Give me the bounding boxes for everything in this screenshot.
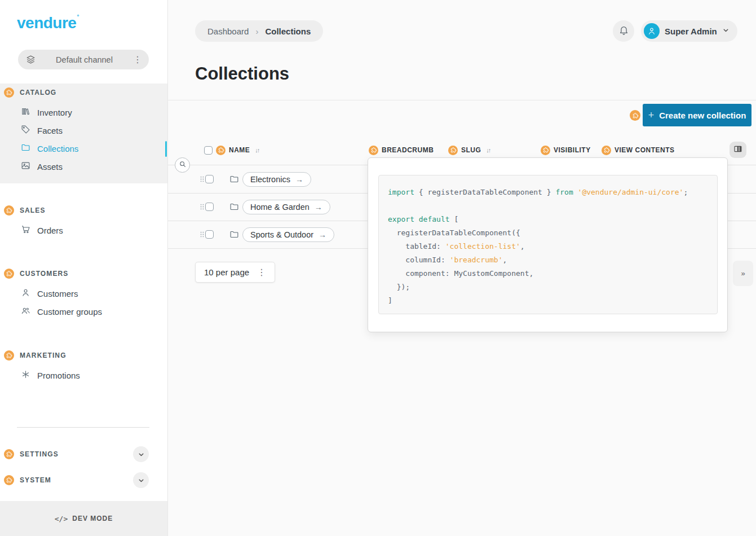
dev-mode-toggle[interactable]: </> DEV MODE <box>0 501 167 536</box>
column-header-name[interactable]: NAME ↓↑ <box>204 142 259 158</box>
channel-switcher[interactable]: Default channel ⋮ <box>18 50 149 69</box>
avatar <box>644 23 660 39</box>
plugin-badge-icon[interactable] <box>4 205 14 216</box>
section-label: MARKETING <box>20 352 67 359</box>
plugin-badge-icon[interactable] <box>369 146 378 155</box>
sidebar-item-label: Assets <box>37 162 63 172</box>
sidebar-item-label: Promotions <box>37 371 80 380</box>
create-new-collection-button[interactable]: + Create new collection <box>643 104 751 126</box>
header-divider <box>168 100 756 100</box>
collection-link[interactable]: Electronics → <box>242 172 311 187</box>
sidebar-item-facets[interactable]: Facets <box>0 121 167 139</box>
section-label: CUSTOMERS <box>20 270 68 278</box>
table-search-button[interactable] <box>175 157 190 173</box>
breadcrumb-current[interactable]: Collections <box>265 27 311 36</box>
plugin-badge-icon[interactable] <box>541 146 550 155</box>
dev-mode-code-popover: import { registerDataTableComponent } fr… <box>368 157 728 332</box>
user-icon <box>21 288 30 299</box>
plugin-badge-icon[interactable] <box>4 449 14 459</box>
column-label: SLUG <box>461 146 481 154</box>
row-checkbox[interactable] <box>205 230 214 239</box>
sidebar-item-customers[interactable]: Customers <box>0 284 167 302</box>
arrow-right-icon: → <box>315 203 322 212</box>
column-header-view-contents[interactable]: VIEW CONTENTS <box>602 142 675 158</box>
channel-menu-icon[interactable]: ⋮ <box>133 55 142 64</box>
plugin-badge-icon[interactable] <box>630 110 640 121</box>
dev-mode-label: DEV MODE <box>72 515 113 522</box>
sidebar: vendure˚ Default channel ⋮ CATALOG Inven… <box>0 0 168 536</box>
section-label: CATALOG <box>20 89 56 96</box>
sort-icon[interactable]: ↓↑ <box>255 147 259 153</box>
code-icon: </> <box>55 515 68 523</box>
sidebar-item-collections[interactable]: Collections <box>0 139 167 157</box>
row-checkbox[interactable] <box>205 175 214 183</box>
drag-handle-icon[interactable] <box>200 175 205 183</box>
plugin-badge-icon[interactable] <box>448 146 458 155</box>
chevron-right-icon: › <box>255 27 258 36</box>
plugin-badge-icon[interactable] <box>4 475 14 485</box>
layers-icon <box>26 55 36 64</box>
sidebar-item-label: Collections <box>37 144 78 153</box>
column-label: BREADCRUMB <box>382 146 434 154</box>
folder-icon <box>21 143 30 154</box>
section-label: SETTINGS <box>20 450 59 458</box>
folder-icon <box>229 174 239 184</box>
settings-expand-button[interactable] <box>133 446 149 462</box>
bell-icon <box>618 25 629 38</box>
plugin-badge-icon[interactable] <box>4 269 14 279</box>
sidebar-item-inventory[interactable]: Inventory <box>0 103 167 121</box>
breadcrumb-dashboard[interactable]: Dashboard <box>207 27 249 36</box>
logo-trademark: ˚ <box>77 14 79 22</box>
sort-icon[interactable]: ↓↑ <box>486 147 490 153</box>
items-per-page-select[interactable]: 10 per page ⋮ <box>195 262 275 283</box>
channel-label: Default channel <box>36 55 133 64</box>
notifications-button[interactable] <box>613 20 634 42</box>
row-checkbox[interactable] <box>205 203 214 211</box>
sidebar-item-assets[interactable]: Assets <box>0 157 167 175</box>
column-settings-button[interactable] <box>730 142 746 158</box>
section-header-sales: SALES <box>0 203 167 218</box>
sidebar-section-catalog: CATALOG Inventory Facets Collections Ass… <box>0 85 167 175</box>
arrow-right-icon: → <box>295 175 303 184</box>
sidebar-section-sales: SALES Orders <box>0 203 167 239</box>
vendure-admin-app: vendure˚ Default channel ⋮ CATALOG Inven… <box>0 0 756 536</box>
sidebar-item-orders[interactable]: Orders <box>0 221 167 239</box>
select-all-checkbox[interactable] <box>204 146 213 155</box>
plugin-badge-icon[interactable] <box>4 87 14 98</box>
plugin-badge-icon[interactable] <box>4 350 14 361</box>
folder-icon <box>229 202 239 212</box>
section-header-catalog: CATALOG <box>0 85 167 100</box>
cart-icon <box>21 225 30 236</box>
vendure-logo[interactable]: vendure˚ <box>17 14 79 32</box>
column-header-breadcrumb[interactable]: BREADCRUMB <box>369 142 434 158</box>
sidebar-item-promotions[interactable]: Promotions <box>0 366 167 384</box>
table-columns-icon <box>733 144 742 156</box>
section-header-customers: CUSTOMERS <box>0 266 167 281</box>
column-header-visibility[interactable]: VISIBILITY <box>541 142 591 158</box>
sidebar-item-label: Inventory <box>37 108 72 117</box>
sidebar-section-marketing: MARKETING Promotions <box>0 348 167 384</box>
sidebar-section-settings[interactable]: SETTINGS <box>0 446 167 462</box>
sidebar-section-system[interactable]: SYSTEM <box>0 472 167 488</box>
system-expand-button[interactable] <box>133 472 149 488</box>
tag-icon <box>21 125 30 136</box>
asterisk-icon <box>21 370 30 381</box>
plugin-badge-icon[interactable] <box>602 146 611 155</box>
collection-name: Sports & Outdoor <box>250 230 313 239</box>
collection-link[interactable]: Sports & Outdoor → <box>242 227 334 242</box>
last-page-button[interactable]: » <box>733 261 753 286</box>
collection-link[interactable]: Home & Garden → <box>242 200 330 214</box>
plugin-badge-icon[interactable] <box>216 146 226 155</box>
plus-icon: + <box>648 109 655 121</box>
sidebar-item-label: Orders <box>37 226 63 235</box>
breadcrumb: Dashboard › Collections <box>195 20 323 42</box>
per-page-menu-icon[interactable]: ⋮ <box>257 268 266 277</box>
drag-handle-icon[interactable] <box>200 203 205 211</box>
drag-handle-icon[interactable] <box>200 230 205 239</box>
user-menu[interactable]: Super Admin <box>641 20 737 42</box>
sidebar-section-customers: CUSTOMERS Customers Customer groups <box>0 266 167 320</box>
code-block: import { registerDataTableComponent } fr… <box>378 175 718 314</box>
column-header-slug[interactable]: SLUG ↓↑ <box>448 142 490 158</box>
collection-name: Electronics <box>250 175 290 184</box>
sidebar-item-customer-groups[interactable]: Customer groups <box>0 302 167 320</box>
